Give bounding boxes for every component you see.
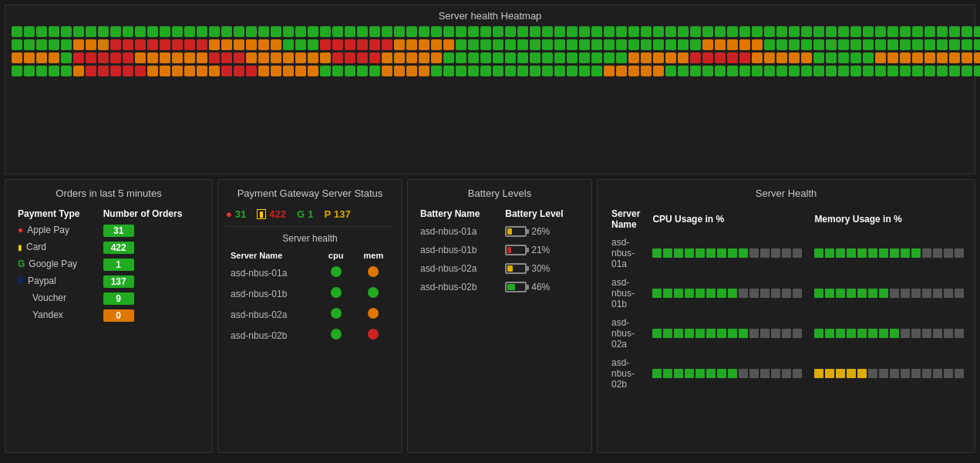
orders-title: Orders in last 5 minutes	[13, 188, 204, 199]
segment	[955, 329, 964, 338]
heatmap-cell	[246, 26, 257, 37]
segment	[814, 248, 823, 258]
heatmap-cell	[86, 39, 96, 50]
heatmap-cell	[887, 52, 898, 63]
mem-bar	[808, 233, 970, 273]
heatmap-cell	[739, 52, 750, 63]
segment	[868, 289, 877, 298]
health-col-cpu: CPU Usage in %	[646, 205, 808, 233]
battery-name: asd-nbus-02a	[416, 259, 500, 278]
segment	[911, 329, 921, 338]
heatmap-cell	[653, 52, 664, 63]
segment	[717, 248, 726, 258]
heatmap-cell	[863, 26, 874, 37]
segment	[814, 329, 823, 338]
segment	[695, 369, 705, 378]
segment	[868, 329, 877, 338]
heatmap-cell	[937, 52, 948, 63]
table-row: asd-nbus-01b	[226, 283, 394, 304]
heatmap-cell	[776, 66, 787, 76]
cpu-bar	[646, 273, 808, 313]
heatmap-cell	[838, 39, 849, 50]
heatmap-cell	[493, 39, 503, 50]
heatmap-cell	[826, 26, 837, 37]
heatmap-cell	[764, 39, 775, 50]
heatmap-cell	[554, 26, 565, 37]
heatmap-cell	[184, 52, 195, 63]
heatmap-cell	[789, 26, 800, 37]
heatmap-cell	[875, 26, 886, 37]
heatmap-cell	[887, 66, 898, 76]
heatmap-cell	[727, 39, 738, 50]
server-name: asd-nbus-01a	[605, 233, 646, 273]
segment	[695, 248, 705, 258]
cpu-status	[318, 304, 352, 325]
gateway-summary-item: G 1	[297, 208, 313, 220]
segment	[685, 289, 694, 298]
battery-name: asd-nbus-02b	[416, 278, 500, 296]
segment	[922, 329, 931, 338]
heatmap-cell	[61, 26, 72, 37]
segment	[911, 369, 921, 378]
heatmap-cell	[752, 26, 763, 37]
heatmap-cell	[961, 52, 972, 63]
segment	[706, 369, 716, 378]
heatmap-cell	[443, 52, 454, 63]
segment	[782, 248, 791, 258]
gateway-panel: Payment Gateway Server Status ● 31▮ 422G…	[217, 179, 402, 453]
heatmap-cell	[727, 52, 738, 63]
heatmap-cell	[628, 52, 639, 63]
segment	[847, 289, 856, 298]
heatmap-cell	[369, 26, 380, 37]
heatmap-cell	[431, 52, 442, 63]
heatmap-cell	[110, 52, 121, 63]
battery-pct: 46%	[531, 282, 550, 292]
heatmap-cell	[567, 52, 578, 63]
heatmap-cell	[949, 66, 960, 76]
segment	[901, 289, 910, 298]
heatmap-cell	[924, 66, 935, 76]
heatmap-cell	[308, 26, 318, 37]
battery-pct: 26%	[531, 226, 550, 237]
table-row: asd-nbus-01b	[605, 273, 970, 313]
heatmap-cell	[912, 66, 923, 76]
heatmap-cell	[554, 66, 565, 76]
heatmap-cell	[443, 39, 454, 50]
segment	[793, 248, 802, 258]
battery-name: asd-nbus-01b	[416, 241, 500, 259]
segment	[674, 329, 683, 338]
server-health-mini: Server health Server Name cpu mem asd-nb…	[226, 233, 394, 346]
mem-status	[353, 325, 394, 346]
heatmap-cell	[604, 66, 615, 76]
segment	[728, 289, 737, 298]
segment	[728, 369, 737, 378]
heatmap-cell	[949, 52, 960, 63]
server-health-title: Server Health	[605, 188, 967, 199]
segment	[922, 248, 931, 258]
heatmap-cell	[678, 26, 689, 37]
heatmap-cell	[295, 39, 306, 50]
heatmap-cell	[789, 52, 800, 63]
table-row: G Google Pay1	[13, 256, 204, 273]
segment	[685, 329, 694, 338]
heatmap-row	[12, 39, 968, 50]
heatmap-cell	[801, 39, 812, 50]
heatmap-cell	[690, 26, 701, 37]
heatmap-cell	[98, 39, 109, 50]
gw-count: 31	[235, 208, 246, 220]
heatmap-cell	[456, 66, 466, 76]
segment	[695, 329, 705, 338]
segment	[890, 248, 899, 258]
heatmap-cell	[332, 39, 343, 50]
battery-level: 21%	[500, 241, 584, 259]
heatmap-cell	[172, 52, 183, 63]
segment	[847, 369, 856, 378]
table-row: asd-nbus-02b	[226, 325, 394, 346]
battery-icon	[505, 226, 527, 237]
health-col-mem: Memory Usage in %	[808, 205, 970, 233]
segment	[933, 329, 942, 338]
segment	[739, 329, 748, 338]
segment	[836, 289, 845, 298]
battery-table: Battery Name Battery Level asd-nbus-01a …	[416, 205, 584, 296]
heatmap-cell	[443, 26, 454, 37]
